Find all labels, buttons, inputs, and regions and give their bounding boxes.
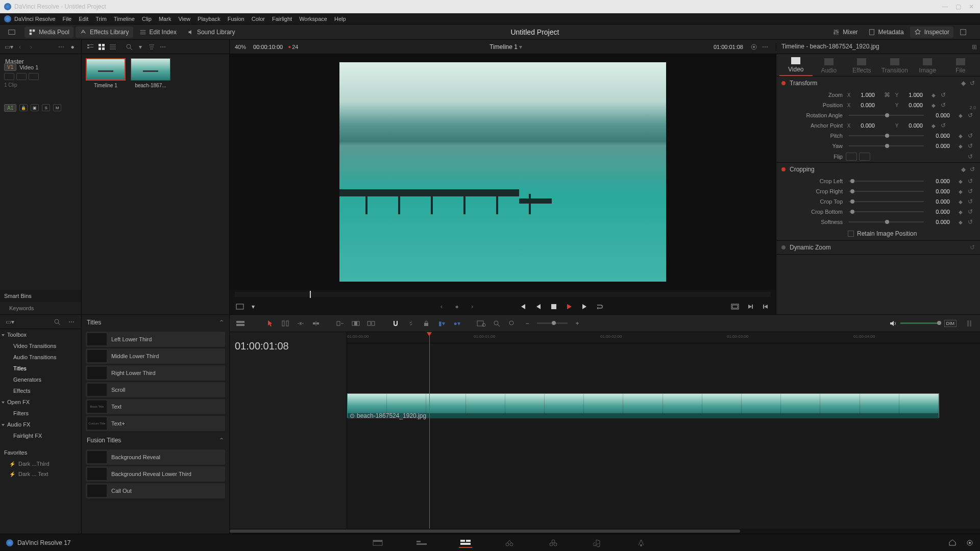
page-fairlight[interactable] [591,538,604,548]
effects-view-mode[interactable]: ▭▾ [6,318,14,326]
track-header-a1[interactable]: A1 🔒 ▣ S M 2.0 [0,100,980,115]
fusion-titles-header[interactable]: Fusion Titles⌃ [82,433,229,448]
bin-more[interactable]: ⋯ [159,43,167,51]
reset-icon[interactable]: ↺ [968,188,975,195]
record-icon[interactable]: ● [68,43,77,51]
smart-bins-header[interactable]: Smart Bins [0,290,81,302]
reset-icon[interactable]: ↺ [968,153,975,160]
safe-area-button[interactable] [730,302,740,312]
cropping-header[interactable]: Cropping◆↺ [776,163,980,176]
menu-item[interactable]: Fusion [228,16,244,22]
keyframe-icon[interactable]: ◆ [959,189,965,194]
tree-item[interactable]: Fairlight FX [0,430,81,441]
nav-fwd[interactable]: › [27,43,35,51]
title-preset[interactable]: Call Out [86,483,225,498]
title-preset[interactable]: Middle Lower Third [86,348,225,364]
timeline-view-options[interactable] [235,318,246,329]
softness-slider[interactable] [849,221,924,222]
viewer-duration[interactable]: 00:00:10:00 [253,44,283,50]
title-preset[interactable]: Background Reveal [86,449,225,465]
viewer-scrubber[interactable] [235,292,771,297]
next-edit-button[interactable]: › [467,302,477,312]
tree-item[interactable]: Generators [0,374,81,385]
minimize-button[interactable]: — [940,3,949,10]
viewer-more[interactable]: ⋯ [761,43,769,51]
maximize-button[interactable]: ▢ [953,3,963,10]
custom-zoom-button[interactable] [506,318,518,329]
title-preset[interactable]: Basic TitleText [86,399,225,414]
nav-back[interactable]: ‹ [16,43,24,51]
reset-icon[interactable]: ↺ [968,132,975,139]
menu-item[interactable]: Playback [198,16,220,22]
menu-item[interactable]: DaVinci Resolve [14,16,56,22]
track-header-v1[interactable]: V1Video 1 1 Clip [0,61,980,96]
flag-dropdown[interactable]: ▮▾ [436,318,447,329]
overwrite-button[interactable] [350,318,361,329]
menu-item[interactable]: Edit [79,16,88,22]
edit-index-toggle[interactable]: Edit Index [135,27,181,38]
reset-icon[interactable]: ↺ [968,198,975,205]
reset-icon[interactable]: ↺ [970,166,975,173]
menu-item[interactable]: Fairlight [272,16,292,22]
search-icon[interactable] [125,43,133,51]
reset-icon[interactable]: ↺ [968,142,975,149]
crop-right-slider[interactable] [849,191,924,192]
tree-item[interactable]: Effects [0,385,81,396]
crop-top-slider[interactable] [849,201,924,202]
menu-item[interactable]: Workspace [299,16,327,22]
keyframe-icon[interactable]: ◆ [959,179,965,184]
yaw-value[interactable]: 0.000 [930,143,955,149]
go-out-button[interactable] [745,302,755,312]
reset-icon[interactable]: ↺ [968,208,975,215]
menu-item[interactable]: File [63,16,72,22]
page-media[interactable] [371,538,384,548]
trim-tool[interactable] [280,318,291,329]
keyframe-icon[interactable]: ◆ [959,199,965,205]
video-track-lane[interactable]: ⊙beach-1867524_1920.jpg [347,393,980,428]
disable-track-button[interactable] [29,73,39,80]
timeline-ruler[interactable]: 01:00:00:00 01:00:01:00 01:00:02:00 01:0… [347,332,980,343]
anchor-y-value[interactable]: 0.000 [903,122,928,129]
menu-item[interactable]: Trim [95,16,107,22]
thumb-view-button[interactable] [97,43,106,51]
pool-view-mode[interactable]: ▭▾ [5,43,13,51]
solo-button[interactable]: S [42,104,50,111]
close-button[interactable]: ✕ [967,3,976,10]
menu-item[interactable]: Timeline [114,16,135,22]
chevron-up-icon[interactable]: ⌃ [219,437,224,444]
tree-item[interactable]: Audio Transitions [0,352,81,363]
softness-value[interactable]: 0.000 [930,219,955,225]
search-icon[interactable] [53,318,61,326]
effects-library-toggle[interactable]: Effects Library [76,27,133,38]
play-button[interactable] [564,302,574,312]
menu-item[interactable]: Help [334,16,346,22]
zoom-out-button[interactable]: − [522,318,533,329]
reset-icon[interactable]: ↺ [968,218,975,226]
smart-bins-keywords[interactable]: Keywords [0,302,81,314]
crop-left-value[interactable]: 0.000 [930,178,955,184]
page-fusion[interactable] [503,538,516,548]
title-preset[interactable]: Left Lower Third [86,332,225,347]
favorite-item[interactable]: Dark ... Text [0,469,81,479]
viewer-timecode[interactable]: 01:00:01:08 [714,44,743,50]
title-preset[interactable]: Custom TitleText+ [86,416,225,431]
bypass-icon[interactable] [750,43,758,51]
chevron-up-icon[interactable]: ⌃ [219,319,224,326]
pitch-value[interactable]: 0.000 [930,133,955,139]
crop-right-value[interactable]: 0.000 [930,188,955,194]
toolbox-group[interactable]: Toolbox [0,329,81,340]
tree-item[interactable]: Filters [0,408,81,419]
zoom-in-button[interactable]: + [572,318,583,329]
menu-item[interactable]: Clip [142,16,152,22]
auto-select-button[interactable] [16,73,27,80]
anchor-x-value[interactable]: 0.000 [855,122,880,129]
volume-control[interactable]: DIM [889,320,957,327]
dynamic-zoom-header[interactable]: Dynamic Zoom↺ [776,241,980,254]
menu-item[interactable]: Color [252,16,265,22]
crop-top-value[interactable]: 0.000 [930,198,955,205]
timeline-scrollbar[interactable] [230,529,980,534]
metadata-toggle[interactable]: Metadata [864,27,908,38]
tree-item[interactable]: Video Transitions [0,340,81,352]
insert-button[interactable] [335,318,346,329]
zoom-to-fit-button[interactable] [476,318,487,329]
